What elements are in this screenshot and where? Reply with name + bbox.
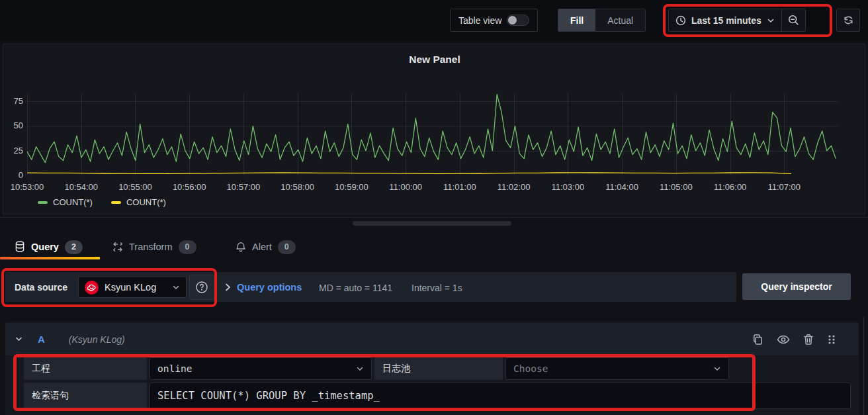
refresh-icon	[843, 15, 854, 26]
query-inspector-button[interactable]: Query inspector	[742, 273, 851, 300]
drag-handle-icon[interactable]	[827, 334, 836, 346]
legend-swatch	[111, 201, 121, 204]
chevron-down-icon	[713, 365, 721, 373]
tab-transform-label: Transform	[129, 242, 173, 252]
logpool-placeholder: Choose	[513, 363, 548, 374]
table-view-switch[interactable]	[507, 15, 529, 26]
x-tick-label: 11:00:00	[378, 182, 433, 192]
datasource-help-button[interactable]	[189, 275, 214, 300]
x-tick-label: 11:01:00	[433, 182, 487, 192]
search-statement-value: SELECT COUNT(*) GROUP BY _timestamp_	[157, 390, 380, 402]
project-value: online	[157, 363, 192, 374]
y-tick-label: 25	[5, 146, 23, 156]
switch-knob	[508, 16, 517, 24]
transform-arrows-icon	[112, 242, 123, 252]
magnifier-minus-icon	[788, 15, 799, 26]
x-tick-label: 10:55:00	[108, 182, 162, 192]
trash-icon[interactable]	[803, 334, 814, 346]
x-tick-label: 11:04:00	[595, 182, 649, 192]
actual-button[interactable]: Actual	[595, 9, 645, 31]
y-tick-label: 75	[5, 96, 23, 106]
tab-transform[interactable]: Transform 0	[112, 237, 196, 257]
x-tick-label: 11:06:00	[703, 182, 758, 192]
time-range-picker: Last 15 minutes	[668, 9, 806, 32]
datasource-label: Data source	[15, 282, 67, 293]
chart-legend: COUNT(*)COUNT(*)	[38, 197, 166, 207]
query-options-md: MD = auto = 1141	[319, 283, 392, 293]
timeseries-panel: New Panel 0255075 10:53:0010:54:0010:55:…	[3, 44, 865, 214]
search-statement-input[interactable]: SELECT COUNT(*) GROUP BY _timestamp_	[150, 383, 851, 409]
active-tab-underline	[0, 257, 100, 259]
chevron-down-icon	[172, 283, 180, 291]
x-tick-label: 10:53:00	[0, 182, 54, 192]
tab-alert-label: Alert	[252, 242, 272, 252]
chevron-right-icon[interactable]	[224, 283, 232, 292]
copy-icon[interactable]	[752, 334, 763, 346]
x-tick-label: 11:02:00	[487, 182, 541, 192]
y-tick-label: 50	[5, 120, 23, 130]
project-select[interactable]: online	[150, 357, 372, 380]
query-options-interval: Interval = 1s	[412, 283, 462, 293]
bell-icon	[236, 242, 246, 253]
clock-icon	[675, 15, 686, 26]
tab-alert[interactable]: Alert 0	[236, 237, 296, 257]
tab-query[interactable]: Query 2	[15, 237, 83, 257]
y-tick-label: 0	[5, 170, 23, 180]
logpool-field-label: 日志池	[374, 357, 503, 380]
legend-item[interactable]: COUNT(*)	[111, 197, 166, 207]
legend-label: COUNT(*)	[53, 197, 93, 207]
editor-toolbar: Table view Fill Actual Last 15 minutes	[0, 0, 868, 41]
scroll-track-line	[863, 316, 864, 415]
editor-tabs: Query 2 Transform 0 Alert 0	[0, 233, 868, 261]
x-tick-label: 10:56:00	[162, 182, 216, 192]
x-tick-label: 11:05:00	[649, 182, 703, 192]
pane-size-segmented-control: Fill Actual	[558, 9, 646, 32]
zoom-out-time-button[interactable]	[781, 9, 805, 31]
section-divider	[0, 217, 868, 218]
legend-label: COUNT(*)	[126, 197, 166, 207]
x-tick-label: 11:07:00	[757, 182, 811, 192]
time-range-button[interactable]: Last 15 minutes	[669, 9, 781, 31]
logpool-select[interactable]: Choose	[505, 357, 729, 380]
x-tick-label: 10:59:00	[324, 182, 378, 192]
datasource-value: Ksyun KLog	[105, 282, 166, 293]
x-tick-label: 10:58:00	[271, 182, 325, 192]
collapse-chevron-icon[interactable]	[15, 335, 23, 344]
query-ref-letter: A	[38, 334, 45, 345]
query-options-link[interactable]: Query options	[237, 282, 302, 293]
query-row-header[interactable]: A (Ksyun KLog)	[5, 323, 859, 355]
refresh-button[interactable]	[836, 9, 860, 32]
panel-title[interactable]: New Panel	[3, 54, 866, 66]
legend-swatch	[38, 201, 48, 204]
circle-question-icon	[195, 281, 208, 294]
database-icon	[15, 241, 25, 253]
timeseries-plot[interactable]	[27, 93, 838, 175]
datasource-picker[interactable]: Ksyun KLog	[78, 277, 187, 298]
project-field-label: 工程	[24, 357, 147, 380]
query-datasource-hint: (Ksyun KLog)	[69, 334, 125, 345]
legend-item[interactable]: COUNT(*)	[38, 197, 93, 207]
table-view-toggle-group[interactable]: Table view	[450, 9, 538, 32]
search-statement-label: 检索语句	[24, 383, 147, 409]
chevron-down-icon	[767, 17, 775, 24]
x-tick-label: 10:57:00	[216, 182, 271, 192]
eye-icon[interactable]	[777, 334, 790, 345]
x-tick-label: 10:54:00	[54, 182, 108, 192]
ksyun-logo	[85, 281, 99, 295]
pane-resize-handle[interactable]	[353, 221, 511, 226]
table-view-label: Table view	[458, 15, 501, 26]
tab-transform-count-badge: 0	[179, 240, 196, 254]
tab-query-count-badge: 2	[65, 240, 83, 254]
time-range-label: Last 15 minutes	[691, 15, 761, 26]
fill-button[interactable]: Fill	[558, 9, 595, 31]
tab-query-label: Query	[31, 242, 59, 252]
chevron-down-icon	[356, 365, 364, 373]
tab-alert-count-badge: 0	[278, 240, 296, 254]
x-tick-label: 11:03:00	[541, 182, 595, 192]
